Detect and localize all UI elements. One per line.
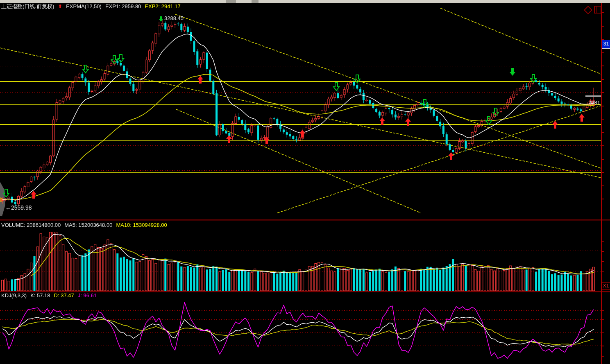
axis-period-badge[interactable]: 31 bbox=[602, 40, 610, 49]
split-window-icon-divider bbox=[596, 7, 597, 13]
volume-axis-badge[interactable]: X1 bbox=[601, 282, 610, 290]
toolbar-divider bbox=[252, 0, 259, 3]
split-window-icon[interactable] bbox=[594, 6, 601, 14]
trading-terminal-screen: 上证指数(日线.前复权)⬆EXPMA(12,50)EXP1: 2959.80EX… bbox=[0, 0, 610, 364]
top-toolbar-edge bbox=[0, 0, 610, 3]
price-volume-kdj-chart-canvas[interactable] bbox=[0, 0, 610, 364]
toolbar-divider bbox=[226, 0, 236, 3]
